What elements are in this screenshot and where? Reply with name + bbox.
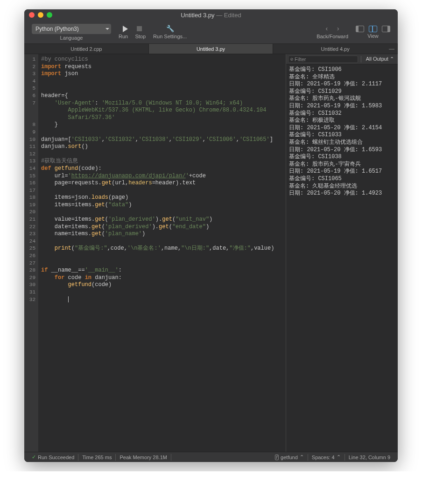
- output-line: 日期: 2021-05-20 净值: 1.6593: [289, 147, 395, 154]
- symbol-navigator[interactable]: fgetfund ⌃: [271, 454, 308, 461]
- code-line[interactable]: url='https://danjuanapp.com/djapi/plan/'…: [41, 173, 283, 180]
- output-line: 日期: 2021-05-20 净值: 1.4923: [289, 190, 395, 197]
- view-left-panel[interactable]: [356, 26, 364, 32]
- code-line[interactable]: [41, 252, 283, 260]
- code-line[interactable]: import requests: [41, 63, 283, 71]
- language-label: Language: [32, 35, 111, 41]
- run-settings-button[interactable]: 🔧: [166, 25, 174, 33]
- code-editor[interactable]: 1234567891011121314151617181920212223242…: [24, 54, 286, 452]
- back-button[interactable]: ‹: [325, 25, 329, 33]
- code-line[interactable]: items=json.loads(page): [41, 194, 283, 202]
- line-gutter: 1234567891011121314151617181920212223242…: [24, 54, 38, 452]
- code-line[interactable]: #by concyclics: [41, 56, 283, 63]
- output-line: 日期: 2021-05-19 净值: 2.1117: [289, 81, 395, 88]
- output-pane: ⊘ Filter All Output ⌃ 基金编号: CSI1006基金名: …: [286, 54, 398, 452]
- code-line[interactable]: date=items.get('plan_derived').get("end_…: [41, 224, 283, 231]
- output-content[interactable]: 基金编号: CSI1006基金名: 全球精选日期: 2021-05-19 净值:…: [286, 64, 398, 452]
- code-line[interactable]: [41, 238, 283, 245]
- code-line[interactable]: #获取当天信息: [41, 158, 283, 165]
- stop-button[interactable]: [135, 25, 143, 33]
- filter-icon: ⊘: [290, 56, 293, 62]
- output-line: 基金编号: CSI1032: [289, 110, 395, 118]
- play-icon: [123, 26, 128, 32]
- stop-icon: [137, 26, 142, 31]
- code-content[interactable]: #by concyclicsimport requestsimport json…: [38, 54, 286, 452]
- output-line: 基金编号: CSI1006: [289, 66, 395, 74]
- back-forward-label: Back/Forward: [316, 34, 348, 39]
- code-line[interactable]: if __name__=='__main__':: [41, 267, 283, 274]
- code-line[interactable]: [41, 78, 283, 85]
- titlebar[interactable]: Untitled 3.py — Edited: [24, 9, 398, 21]
- toolbar: Python (Python3) Language Run Stop 🔧 Run…: [24, 21, 398, 44]
- view-split[interactable]: [369, 26, 377, 32]
- code-line[interactable]: [41, 129, 283, 136]
- tab-Untitled-4-py[interactable]: Untitled 4.py—: [273, 44, 398, 54]
- output-line: 基金名: 股市药丸-宇宙奇兵: [289, 161, 395, 168]
- cursor-position: Line 32, Column 9: [345, 454, 394, 461]
- view-label: View: [367, 33, 379, 39]
- memory-status: Peak Memory 28.1M: [116, 454, 171, 461]
- code-line[interactable]: def getfund(code):: [41, 165, 283, 173]
- run-button[interactable]: [121, 25, 129, 33]
- output-line: 基金名: 久聪基金经理优选: [289, 183, 395, 190]
- output-line: 基金名: 螺丝钉主动优选组合: [289, 139, 395, 147]
- code-line[interactable]: import json: [41, 70, 283, 78]
- language-selector[interactable]: Python (Python3): [32, 24, 111, 34]
- main-area: 1234567891011121314151617181920212223242…: [24, 54, 398, 452]
- spaces-selector[interactable]: Spaces: 4 ⌃: [308, 454, 345, 461]
- tab-Untitled-2-cpp[interactable]: Untitled 2.cpp: [24, 44, 149, 54]
- code-line[interactable]: 'User-Agent': 'Mozilla/5.0 (Windows NT 1…: [41, 100, 283, 122]
- code-line[interactable]: header={: [41, 92, 283, 100]
- filter-input[interactable]: ⊘ Filter: [288, 56, 358, 63]
- output-line: 日期: 2021-05-19 净值: 1.5983: [289, 103, 395, 110]
- tab-Untitled-3-py[interactable]: Untitled 3.py: [149, 44, 274, 54]
- code-line[interactable]: getfund(code): [41, 281, 283, 289]
- app-window: Untitled 3.py — Edited Python (Python3) …: [24, 9, 398, 462]
- output-line: 日期: 2021-05-20 净值: 2.4154: [289, 125, 395, 132]
- code-line[interactable]: [41, 209, 283, 216]
- wrench-icon: 🔧: [166, 25, 174, 33]
- code-line[interactable]: danjuan.sort(): [41, 143, 283, 151]
- code-line[interactable]: [41, 289, 283, 296]
- tab-bar: Untitled 2.cppUntitled 3.pyUntitled 4.py…: [24, 44, 398, 54]
- code-line[interactable]: danjuan=['CSI1033','CSI1032','CSI1038','…: [41, 136, 283, 144]
- code-line[interactable]: [41, 151, 283, 158]
- code-line[interactable]: page=requests.get(url,headers=header).te…: [41, 180, 283, 187]
- run-status: ✓Run Succeeded: [28, 454, 78, 461]
- code-line[interactable]: [41, 296, 283, 304]
- check-icon: ✓: [32, 454, 36, 460]
- code-line[interactable]: [41, 85, 283, 92]
- output-line: 基金名: 股市药丸-银河战舰: [289, 95, 395, 103]
- code-line[interactable]: name=items.get('plan_name'): [41, 231, 283, 238]
- cursor: [68, 296, 69, 302]
- code-line[interactable]: [41, 187, 283, 195]
- code-line[interactable]: [41, 260, 283, 267]
- output-line: 基金编号: CSI1065: [289, 175, 395, 183]
- code-line[interactable]: print("基金编号:",code,'\n基金名:',name,"\n日期:"…: [41, 245, 283, 252]
- forward-button[interactable]: ›: [336, 25, 340, 33]
- code-line[interactable]: value=items.get('plan_derived').get("uni…: [41, 216, 283, 224]
- code-line[interactable]: for code in danjuan:: [41, 274, 283, 282]
- close-icon[interactable]: —: [389, 46, 394, 52]
- output-line: 基金编号: CSI1038: [289, 154, 395, 161]
- window-title: Untitled 3.py — Edited: [24, 12, 398, 19]
- function-icon: f: [275, 455, 279, 460]
- code-line[interactable]: items=items.get("data"): [41, 202, 283, 209]
- output-line: 日期: 2021-05-19 净值: 1.6517: [289, 168, 395, 175]
- output-line: 基金名: 积极进取: [289, 117, 395, 125]
- output-line: 基金编号: CSI1029: [289, 88, 395, 96]
- output-line: 基金名: 全球精选: [289, 74, 395, 81]
- output-toolbar: ⊘ Filter All Output ⌃: [286, 54, 398, 64]
- time-status: Time 265 ms: [78, 454, 116, 461]
- code-line[interactable]: }: [41, 121, 283, 129]
- output-line: 基金编号: CSI1033: [289, 132, 395, 139]
- run-settings-label: Run Settings...: [153, 34, 187, 39]
- output-dropdown[interactable]: All Output ⌃: [364, 56, 396, 62]
- status-bar: ✓Run Succeeded Time 265 ms Peak Memory 2…: [24, 452, 398, 462]
- view-right-panel[interactable]: [382, 26, 390, 32]
